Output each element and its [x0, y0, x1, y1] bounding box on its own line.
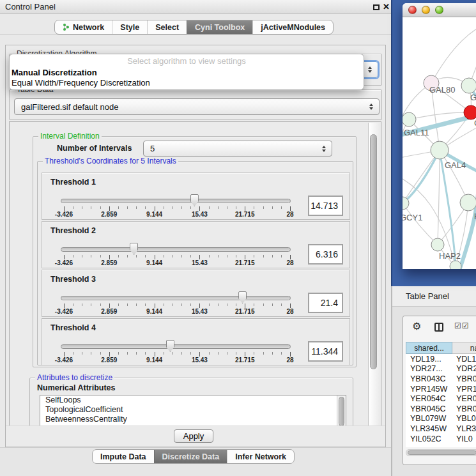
scrollbar-thumb[interactable]: [408, 450, 476, 455]
algorithm-option-equal-width-frequency-discretization[interactable]: Equal Width/Frequency Discretization: [10, 78, 364, 88]
minor-tick: [73, 255, 73, 257]
minor-tick: [164, 255, 164, 257]
network-node[interactable]: [461, 78, 476, 93]
tab-cyni-toolbox[interactable]: Cyni Toolbox: [187, 20, 252, 34]
major-tick: [155, 255, 155, 259]
table-row[interactable]: YDL19...YDL1: [406, 354, 476, 364]
minor-tick: [145, 206, 146, 209]
table-header: shared... na: [406, 342, 476, 354]
slider-thumb[interactable]: [190, 194, 199, 206]
tab-infer-network[interactable]: Infer Network: [227, 450, 294, 463]
major-tick: [245, 255, 245, 259]
slider-track[interactable]: [61, 296, 291, 300]
node-table: ⚙ ☑☑ shared... na YDL19...YDL1YDR27...YD…: [403, 316, 476, 465]
minor-tick: [190, 352, 191, 355]
network-node[interactable]: [464, 105, 476, 119]
number-of-intervals-combobox[interactable]: 5: [143, 141, 332, 157]
slider-thumb[interactable]: [238, 291, 247, 303]
interval-definition-group: Interval Definition Number of Intervals …: [33, 136, 357, 367]
numerical-attributes-list[interactable]: SelfLoopsTopologicalCoefficientBetweenne…: [40, 395, 346, 427]
slider-track[interactable]: [61, 199, 291, 203]
minor-tick: [127, 352, 128, 355]
tick-label: 9.144: [146, 259, 162, 266]
threshold-value-box[interactable]: 11.344: [308, 341, 343, 362]
tab-network[interactable]: Network: [55, 20, 112, 34]
table-row[interactable]: YLR345WYLR3: [406, 424, 476, 434]
mac-close-button[interactable]: [408, 6, 417, 14]
table-row[interactable]: YBL079WYBL0: [406, 414, 476, 424]
table-row[interactable]: YIL052CYIL0: [406, 434, 476, 444]
control-panel-titlebar: Control Panel ✕: [0, 0, 391, 14]
tick-label: 28: [286, 357, 293, 364]
table-row[interactable]: YBR043CYBR0: [406, 374, 476, 384]
tab-impute-data[interactable]: Impute Data: [93, 450, 154, 463]
slider-track[interactable]: [61, 344, 291, 349]
table-row[interactable]: YER054CYER0: [406, 394, 476, 404]
network-node[interactable]: [460, 194, 476, 211]
attribute-item[interactable]: TopologicalCoefficient: [40, 405, 346, 415]
threshold-value-box[interactable]: 6.316: [308, 244, 343, 265]
network-node[interactable]: [403, 112, 416, 127]
vertical-scrollbar[interactable]: [368, 123, 379, 426]
column-header-shared-name[interactable]: shared...: [406, 342, 452, 354]
float-window-icon[interactable]: [373, 4, 380, 10]
mac-zoom-button[interactable]: [435, 6, 443, 14]
table-row[interactable]: YBR045CYBR0: [406, 404, 476, 414]
minor-tick: [82, 206, 82, 209]
scrollbar-thumb[interactable]: [370, 134, 377, 369]
minor-tick: [118, 255, 119, 257]
minor-tick: [100, 303, 101, 306]
minor-tick: [118, 206, 119, 209]
horizontal-scrollbar[interactable]: [406, 449, 476, 456]
algorithm-option-manual-discretization[interactable]: Manual Discretization: [10, 68, 364, 78]
tab-label: Network: [73, 23, 104, 32]
network-node[interactable]: [450, 261, 461, 269]
attribute-item[interactable]: SelfLoops: [40, 395, 346, 405]
column-header-name[interactable]: na: [452, 342, 476, 354]
table-row[interactable]: YPR145WYPR1: [406, 384, 476, 394]
network-canvas[interactable]: GAL80GACGAL11GAL4GCY1HHAP2: [403, 17, 476, 269]
network-node-label: HAP2: [439, 251, 461, 261]
minor-tick: [281, 206, 282, 209]
network-window-titlebar[interactable]: [403, 3, 476, 17]
tick-label: 15.43: [192, 308, 208, 315]
tab-discretize-data[interactable]: Discretize Data: [154, 450, 227, 463]
list-scrollbar[interactable]: [337, 395, 346, 427]
minor-tick: [91, 255, 91, 257]
attribute-item[interactable]: BetweennessCentrality: [40, 415, 346, 424]
minor-tick: [236, 352, 236, 355]
scrollbar-thumb[interactable]: [339, 397, 344, 426]
close-icon[interactable]: ✕: [383, 2, 390, 12]
mac-minimize-button[interactable]: [422, 6, 430, 14]
major-tick: [290, 303, 291, 308]
table-data-combobox[interactable]: galFiltered.sif default node: [14, 98, 380, 115]
tick-label: 15.43: [192, 259, 208, 266]
threshold-value-box[interactable]: 14.713: [308, 196, 343, 216]
apply-button[interactable]: Apply: [174, 429, 213, 443]
minor-tick: [263, 303, 264, 306]
minor-tick: [218, 206, 219, 209]
table-panel-title: Table Panel: [406, 286, 449, 307]
table-row[interactable]: YDR27...YDR2: [406, 364, 476, 374]
gear-icon[interactable]: ⚙: [412, 320, 421, 332]
tab-select[interactable]: Select: [147, 20, 187, 34]
tab-jactivemnodules[interactable]: jActiveMNodules: [252, 20, 333, 34]
split-columns-icon[interactable]: [434, 323, 443, 332]
slider-thumb[interactable]: [130, 243, 138, 255]
cell-shared-name: YDL19...: [406, 355, 453, 364]
minor-tick: [227, 303, 227, 306]
threshold-value-box[interactable]: 21.4: [308, 293, 343, 313]
major-tick: [155, 352, 155, 357]
cell-name: YDR2: [453, 364, 476, 373]
network-node[interactable]: [431, 238, 444, 251]
network-view-window: GAL80GACGAL11GAL4GCY1HHAP2: [403, 3, 476, 269]
threshold-label: Threshold 2: [50, 226, 96, 235]
slider-thumb[interactable]: [166, 340, 174, 352]
minor-tick: [127, 303, 128, 306]
network-node[interactable]: [431, 141, 449, 159]
tab-style[interactable]: Style: [112, 20, 147, 34]
minor-tick: [209, 206, 210, 209]
cell-name: YLR3: [453, 424, 476, 433]
checkboxes-icon[interactable]: ☑☑: [454, 321, 470, 330]
slider-track[interactable]: [61, 247, 291, 252]
